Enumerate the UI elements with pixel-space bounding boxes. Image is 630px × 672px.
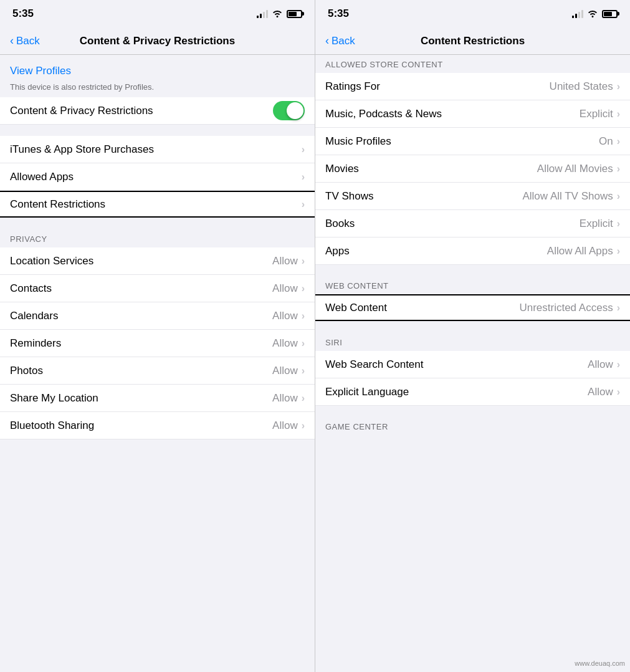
- photos-row[interactable]: Photos Allow ›: [0, 357, 315, 385]
- movies-row[interactable]: Movies Allow All Movies ›: [315, 155, 630, 183]
- right-time: 5:35: [328, 7, 349, 20]
- right-back-button[interactable]: ‹ Back: [325, 34, 355, 47]
- content-restrictions-row[interactable]: Content Restrictions ›: [0, 191, 315, 218]
- content-restrictions-label: Content Restrictions: [10, 198, 302, 211]
- left-status-icons: [257, 9, 302, 19]
- tv-shows-value: Allow All TV Shows: [522, 190, 613, 203]
- reminders-label: Reminders: [10, 337, 272, 350]
- itunes-purchases-label: iTunes & App Store Purchases: [10, 143, 302, 156]
- music-profiles-row[interactable]: Music Profiles On ›: [315, 128, 630, 155]
- calendars-value: Allow: [272, 310, 298, 322]
- books-label: Books: [325, 218, 580, 230]
- right-signal-icon: [572, 9, 583, 18]
- web-search-content-value: Allow: [588, 358, 613, 371]
- location-services-value: Allow: [272, 255, 298, 267]
- calendars-label: Calendars: [10, 310, 272, 322]
- right-status-bar: 5:35: [315, 0, 630, 27]
- allowed-apps-label: Allowed Apps: [10, 171, 302, 183]
- itunes-purchases-chevron-icon: ›: [302, 144, 305, 155]
- books-value: Explicit: [580, 218, 613, 230]
- contacts-label: Contacts: [10, 282, 272, 295]
- left-battery-icon: [287, 10, 302, 18]
- share-location-row[interactable]: Share My Location Allow ›: [0, 385, 315, 412]
- left-back-chevron-icon: ‹: [10, 34, 14, 47]
- right-content: ALLOWED STORE CONTENT Ratings For United…: [315, 55, 630, 672]
- left-wifi-icon: [272, 9, 283, 19]
- explicit-language-row[interactable]: Explicit Language Allow ›: [315, 378, 630, 406]
- web-content-group: Web Content Unrestricted Access ›: [315, 294, 630, 322]
- apps-row[interactable]: Apps Allow All Apps ›: [315, 238, 630, 265]
- reminders-value: Allow: [272, 337, 298, 350]
- left-panel: 5:35 ‹ Back Content & Privacy Restrict: [0, 0, 315, 672]
- right-separator-1: [315, 265, 630, 276]
- music-podcasts-row[interactable]: Music, Podcasts & News Explicit ›: [315, 100, 630, 128]
- allowed-store-header: ALLOWED STORE CONTENT: [315, 55, 630, 73]
- left-time: 5:35: [12, 7, 34, 20]
- music-profiles-chevron-icon: ›: [617, 136, 620, 147]
- separator-1: [0, 125, 315, 136]
- allowed-store-group: Ratings For United States › Music, Podca…: [315, 73, 630, 265]
- books-row[interactable]: Books Explicit ›: [315, 210, 630, 238]
- watermark: www.deuaq.com: [575, 660, 625, 667]
- left-signal-icon: [257, 9, 268, 18]
- right-nav-title: Content Restrictions: [421, 35, 525, 47]
- tv-shows-row[interactable]: TV Shows Allow All TV Shows ›: [315, 183, 630, 210]
- explicit-language-value: Allow: [588, 386, 613, 398]
- web-content-chevron-icon: ›: [617, 302, 620, 314]
- ratings-for-label: Ratings For: [325, 80, 550, 93]
- explicit-language-label: Explicit Language: [325, 386, 588, 398]
- right-back-label: Back: [332, 35, 355, 47]
- web-content-row[interactable]: Web Content Unrestricted Access ›: [315, 294, 630, 322]
- toggle-group: Content & Privacy Restrictions: [0, 97, 315, 125]
- right-battery-icon: [602, 10, 618, 18]
- view-profiles-description: This device is also restricted by Profil…: [10, 82, 154, 92]
- photos-label: Photos: [10, 365, 272, 377]
- books-chevron-icon: ›: [617, 218, 620, 229]
- share-location-chevron-icon: ›: [302, 393, 305, 404]
- privacy-section-header: PRIVACY: [0, 229, 315, 247]
- ratings-for-row[interactable]: Ratings For United States ›: [315, 73, 630, 100]
- apps-value: Allow All Apps: [547, 245, 613, 257]
- siri-group: Web Search Content Allow › Explicit Lang…: [315, 351, 630, 406]
- right-wifi-icon: [587, 9, 598, 19]
- view-profiles-section: View Profiles This device is also restri…: [0, 55, 315, 97]
- web-content-label: Web Content: [325, 302, 519, 314]
- content-privacy-restrictions-label: Content & Privacy Restrictions: [10, 105, 273, 117]
- bluetooth-sharing-row[interactable]: Bluetooth Sharing Allow ›: [0, 412, 315, 439]
- explicit-language-chevron-icon: ›: [617, 386, 620, 398]
- itunes-purchases-row[interactable]: iTunes & App Store Purchases ›: [0, 136, 315, 163]
- left-back-button[interactable]: ‹ Back: [10, 34, 40, 47]
- web-content-value: Unrestricted Access: [519, 302, 613, 314]
- music-podcasts-label: Music, Podcasts & News: [325, 108, 580, 120]
- calendars-chevron-icon: ›: [302, 310, 305, 322]
- right-nav-bar: ‹ Back Content Restrictions: [315, 27, 630, 55]
- contacts-row[interactable]: Contacts Allow ›: [0, 275, 315, 302]
- bluetooth-sharing-value: Allow: [272, 420, 298, 432]
- calendars-row[interactable]: Calendars Allow ›: [0, 302, 315, 330]
- contacts-value: Allow: [272, 282, 298, 295]
- music-profiles-value: On: [599, 135, 613, 148]
- ratings-for-chevron-icon: ›: [617, 81, 620, 92]
- siri-header: SIRI: [315, 333, 630, 351]
- web-search-content-row[interactable]: Web Search Content Allow ›: [315, 351, 630, 378]
- content-restrictions-chevron-icon: ›: [302, 199, 305, 210]
- photos-chevron-icon: ›: [302, 365, 305, 377]
- separator-2: [0, 218, 315, 229]
- web-search-content-label: Web Search Content: [325, 358, 588, 371]
- allowed-apps-row[interactable]: Allowed Apps ›: [0, 163, 315, 191]
- music-podcasts-value: Explicit: [580, 108, 613, 120]
- main-items-group: iTunes & App Store Purchases › Allowed A…: [0, 136, 315, 218]
- right-panel: 5:35 ‹ Back Content Restrictions: [315, 0, 630, 672]
- privacy-group: Location Services Allow › Contacts Allow…: [0, 247, 315, 439]
- content-privacy-toggle[interactable]: [273, 101, 305, 120]
- reminders-row[interactable]: Reminders Allow ›: [0, 330, 315, 357]
- location-services-row[interactable]: Location Services Allow ›: [0, 247, 315, 275]
- view-profiles-link[interactable]: View Profiles: [10, 65, 305, 77]
- right-status-icons: [572, 9, 618, 19]
- left-back-label: Back: [16, 35, 40, 47]
- right-back-chevron-icon: ‹: [325, 34, 329, 47]
- music-podcasts-chevron-icon: ›: [617, 108, 620, 120]
- bluetooth-sharing-chevron-icon: ›: [302, 420, 305, 431]
- movies-value: Allow All Movies: [537, 163, 613, 175]
- content-privacy-restrictions-row[interactable]: Content & Privacy Restrictions: [0, 97, 315, 125]
